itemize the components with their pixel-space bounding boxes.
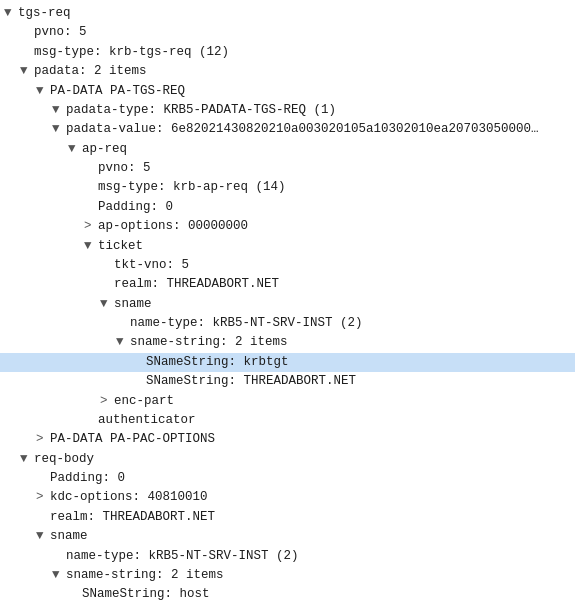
tree-toggle[interactable]: > [100, 392, 114, 411]
tree-row[interactable]: pvno: 5 [0, 23, 575, 42]
tree-key: padata-type: KRB5-PADATA-TGS-REQ (1) [66, 101, 336, 120]
tree-row[interactable]: SNameString: THREADABORT.NET [0, 372, 575, 391]
tree-row[interactable]: >PA-DATA PA-PAC-OPTIONS [0, 430, 575, 449]
tree-row[interactable]: ▼req-body [0, 450, 575, 469]
tree-toggle[interactable]: ▼ [36, 527, 50, 546]
tree-row[interactable]: realm: THREADABORT.NET [0, 508, 575, 527]
tree-toggle[interactable]: ▼ [4, 4, 18, 23]
tree-row[interactable]: >kdc-options: 40810010 [0, 488, 575, 507]
tree-toggle[interactable]: > [84, 217, 98, 236]
tree-toggle[interactable]: ▼ [20, 62, 34, 81]
tree-row[interactable]: name-type: kRB5-NT-SRV-INST (2) [0, 314, 575, 333]
tree-toggle[interactable]: ▼ [52, 566, 66, 585]
tree-key: enc-part [114, 392, 174, 411]
tree-key: pvno: 5 [98, 159, 151, 178]
tree-toggle[interactable]: ▼ [36, 82, 50, 101]
tree-row[interactable]: ▼ticket [0, 237, 575, 256]
tree-key: tkt-vno: 5 [114, 256, 189, 275]
tree-row[interactable]: Padding: 0 [0, 469, 575, 488]
tree-toggle[interactable]: ▼ [84, 237, 98, 256]
tree-toggle[interactable]: ▼ [52, 101, 66, 120]
tree-row[interactable]: ▼padata-value: 6e82021430820210a00302010… [0, 120, 575, 139]
tree-key: ticket [98, 237, 143, 256]
tree-key: name-type: kRB5-NT-SRV-INST (2) [66, 547, 299, 566]
tree-row[interactable]: >ap-options: 00000000 [0, 217, 575, 236]
tree-key: SNameString: host [82, 585, 210, 603]
tree-key: SNameString: THREADABORT.NET [146, 372, 356, 391]
tree-key: Padding: 0 [98, 198, 173, 217]
tree-key: pvno: 5 [34, 23, 87, 42]
tree-toggle[interactable]: ▼ [116, 333, 130, 352]
tree-key: tgs-req [18, 4, 71, 23]
tree-key: msg-type: krb-tgs-req (12) [34, 43, 229, 62]
tree-toggle[interactable]: > [36, 430, 50, 449]
tree-container: ▼tgs-reqpvno: 5msg-type: krb-tgs-req (12… [0, 0, 575, 603]
tree-key: PA-DATA PA-PAC-OPTIONS [50, 430, 215, 449]
tree-toggle[interactable]: ▼ [52, 120, 66, 139]
tree-toggle[interactable]: ▼ [68, 140, 82, 159]
tree-row[interactable]: ▼ap-req [0, 140, 575, 159]
tree-row[interactable]: ▼tgs-req [0, 4, 575, 23]
tree-row[interactable]: ▼padata-type: KRB5-PADATA-TGS-REQ (1) [0, 101, 575, 120]
tree-row[interactable]: ▼sname-string: 2 items [0, 333, 575, 352]
tree-key: realm: THREADABORT.NET [114, 275, 279, 294]
tree-row[interactable]: realm: THREADABORT.NET [0, 275, 575, 294]
tree-row[interactable]: SNameString: host [0, 585, 575, 603]
tree-key: Padding: 0 [50, 469, 125, 488]
tree-row[interactable]: Padding: 0 [0, 198, 575, 217]
tree-row[interactable]: name-type: kRB5-NT-SRV-INST (2) [0, 547, 575, 566]
tree-key: sname [114, 295, 152, 314]
tree-row[interactable]: tkt-vno: 5 [0, 256, 575, 275]
tree-row[interactable]: ▼PA-DATA PA-TGS-REQ [0, 82, 575, 101]
tree-row[interactable]: msg-type: krb-ap-req (14) [0, 178, 575, 197]
tree-key: name-type: kRB5-NT-SRV-INST (2) [130, 314, 363, 333]
tree-key: msg-type: krb-ap-req (14) [98, 178, 286, 197]
tree-toggle[interactable]: > [36, 488, 50, 507]
tree-key: realm: THREADABORT.NET [50, 508, 215, 527]
tree-key: padata-value: 6e82021430820210a003020105… [66, 120, 539, 139]
tree-key: SNameString: krbtgt [146, 353, 289, 372]
tree-key: padata: 2 items [34, 62, 147, 81]
tree-key: sname-string: 2 items [130, 333, 288, 352]
tree-key: sname-string: 2 items [66, 566, 224, 585]
tree-key: sname [50, 527, 88, 546]
tree-row[interactable]: authenticator [0, 411, 575, 430]
tree-row[interactable]: ▼sname [0, 295, 575, 314]
tree-row[interactable]: SNameString: krbtgt [0, 353, 575, 372]
tree-row[interactable]: pvno: 5 [0, 159, 575, 178]
tree-row[interactable]: msg-type: krb-tgs-req (12) [0, 43, 575, 62]
tree-key: kdc-options: 40810010 [50, 488, 208, 507]
tree-key: ap-req [82, 140, 127, 159]
tree-key: authenticator [98, 411, 196, 430]
tree-row[interactable]: ▼sname-string: 2 items [0, 566, 575, 585]
tree-key: req-body [34, 450, 94, 469]
tree-key: ap-options: 00000000 [98, 217, 248, 236]
tree-row[interactable]: >enc-part [0, 392, 575, 411]
tree-toggle[interactable]: ▼ [20, 450, 34, 469]
tree-row[interactable]: ▼sname [0, 527, 575, 546]
tree-key: PA-DATA PA-TGS-REQ [50, 82, 185, 101]
tree-toggle[interactable]: ▼ [100, 295, 114, 314]
tree-row[interactable]: ▼padata: 2 items [0, 62, 575, 81]
